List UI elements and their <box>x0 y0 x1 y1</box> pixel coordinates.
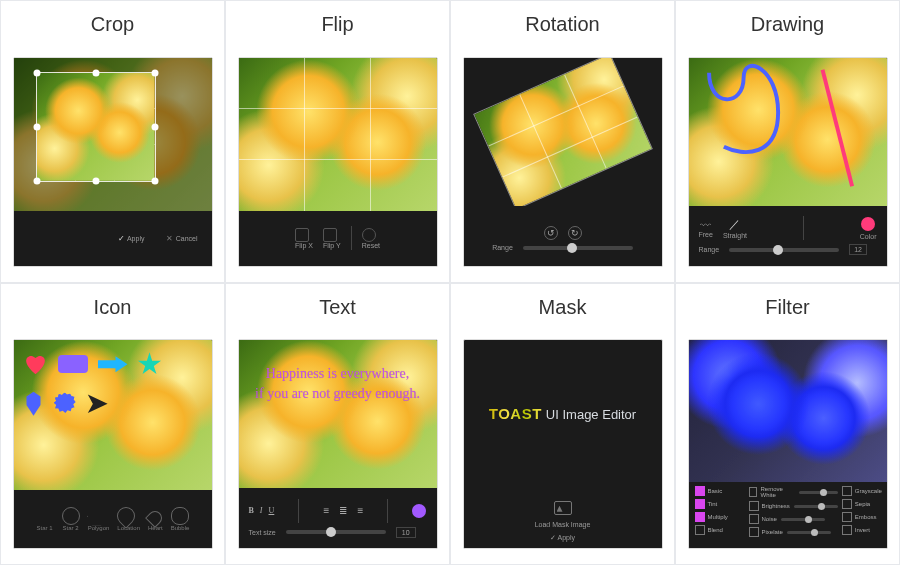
mask-sub-text: UI Image Editor <box>546 407 636 422</box>
text-overlay[interactable]: Happiness is everywhere, if you are not … <box>253 364 423 403</box>
slider-pixelate[interactable] <box>787 531 831 534</box>
apply-button[interactable]: ✓ Apply <box>118 234 145 243</box>
rotate-cw-button[interactable]: ↻ <box>568 226 582 240</box>
canvas-flip[interactable] <box>239 58 437 211</box>
rounded-rect-icon[interactable] <box>58 355 88 373</box>
toolbar-crop: ✓ Apply ✕ Cancel <box>14 211 212 266</box>
editor-mask: TOASTUI Image Editor Load Mask Image ✓ A… <box>463 339 663 549</box>
shape-bubble-button[interactable] <box>171 507 189 525</box>
close-icon: ✕ <box>166 234 173 243</box>
toolbar-flip: Flip X Flip Y Reset <box>239 211 437 266</box>
toolbar-rotation: ↺ ↻ Range <box>464 206 662 266</box>
range-label: Range <box>492 244 513 251</box>
location-pin-icon[interactable] <box>24 392 44 416</box>
title-icon: Icon <box>1 284 224 329</box>
title-text: Text <box>226 284 449 329</box>
image-icon <box>554 501 572 515</box>
title-mask: Mask <box>451 284 674 329</box>
rotation-slider[interactable] <box>523 246 633 250</box>
text-color-swatch[interactable] <box>412 504 426 518</box>
flip-x-button[interactable] <box>295 228 309 242</box>
align-right-button[interactable]: ≡ <box>357 505 363 516</box>
load-mask-button[interactable]: Load Mask Image <box>535 521 591 528</box>
editor-icon: ➤ Star 1 Star 2 Polygon Location Heart B… <box>13 339 213 549</box>
bold-button[interactable]: B <box>249 506 254 515</box>
color-swatch[interactable] <box>861 217 875 231</box>
check-icon: ✓ <box>118 234 125 243</box>
title-crop: Crop <box>1 1 224 46</box>
cell-drawing: Drawing 〰Free ／Straight <box>675 0 900 283</box>
check-grayscale[interactable]: Grayscale <box>842 486 882 496</box>
check-noise[interactable]: Noise <box>749 514 777 524</box>
arrow-icon[interactable] <box>98 356 128 372</box>
flip-y-button[interactable] <box>323 228 337 242</box>
toolbar-drawing: 〰Free ／Straight Color Range 12 <box>689 206 887 266</box>
apply-mask-button[interactable]: ✓ Apply <box>550 534 575 542</box>
check-multiply[interactable]: Multiply <box>695 512 745 522</box>
check-icon: ✓ <box>550 534 556 541</box>
cell-icon: Icon ➤ <box>0 283 225 566</box>
toolbar-mask: Load Mask Image ✓ Apply <box>464 488 662 548</box>
editor-crop: ✓ Apply ✕ Cancel <box>13 57 213 267</box>
title-drawing: Drawing <box>676 1 899 46</box>
badge-icon[interactable] <box>54 393 76 415</box>
straight-draw-button[interactable]: ／ <box>729 218 740 230</box>
reset-button[interactable] <box>362 228 376 242</box>
slider-brightness[interactable] <box>794 505 838 508</box>
editor-text: Happiness is everywhere, if you are not … <box>238 339 438 549</box>
canvas-icon[interactable]: ➤ <box>14 340 212 490</box>
range-label: Range <box>699 246 720 253</box>
rotate-ccw-button[interactable]: ↺ <box>544 226 558 240</box>
brush-size-slider[interactable] <box>729 248 839 252</box>
shape-star1-button[interactable] <box>36 507 54 525</box>
check-pixelate[interactable]: Pixelate <box>749 527 783 537</box>
title-flip: Flip <box>226 1 449 46</box>
cell-mask: Mask TOASTUI Image Editor Load Mask Imag… <box>450 283 675 566</box>
canvas-filter[interactable] <box>689 340 887 482</box>
italic-button[interactable]: I <box>260 506 263 515</box>
cursor-icon[interactable]: ➤ <box>86 388 108 419</box>
title-filter: Filter <box>676 284 899 329</box>
heart-icon[interactable] <box>24 354 48 374</box>
cell-filter: Filter Basic Tint Multiply Blend <box>675 283 900 566</box>
check-invert[interactable]: Invert <box>842 525 882 535</box>
editor-drawing: 〰Free ／Straight Color Range 12 <box>688 57 888 267</box>
editor-rotation: ↺ ↻ Range <box>463 57 663 267</box>
align-center-button[interactable]: ≣ <box>339 505 347 516</box>
slider-removewhite[interactable] <box>799 491 838 494</box>
star-icon[interactable] <box>138 352 162 376</box>
title-rotation: Rotation <box>451 1 674 46</box>
free-draw-button[interactable]: 〰 <box>700 219 711 231</box>
cell-rotation: Rotation ↺ ↻ Range <box>450 0 675 283</box>
toolbar-text: B I U ≡ ≣ ≡ Text s <box>239 488 437 548</box>
feature-grid: Crop ✓ Apply <box>0 0 900 565</box>
mask-brand-text: TOAST <box>489 405 542 422</box>
shape-star2-button[interactable] <box>62 507 80 525</box>
crop-selection[interactable] <box>36 72 156 182</box>
align-left-button[interactable]: ≡ <box>324 505 330 516</box>
check-removewhite[interactable]: Remove White <box>749 486 795 498</box>
check-blend[interactable]: Blend <box>695 525 745 535</box>
cell-crop: Crop ✓ Apply <box>0 0 225 283</box>
editor-flip: Flip X Flip Y Reset <box>238 57 438 267</box>
slider-noise[interactable] <box>781 518 825 521</box>
cancel-button[interactable]: ✕ Cancel <box>166 234 197 243</box>
canvas-text[interactable]: Happiness is everywhere, if you are not … <box>239 340 437 488</box>
text-size-slider[interactable] <box>286 530 386 534</box>
check-basic[interactable]: Basic <box>695 486 745 496</box>
check-sepia[interactable]: Sepia <box>842 499 882 509</box>
cell-flip: Flip Flip X Flip Y <box>225 0 450 283</box>
check-brightness[interactable]: Brightness <box>749 501 790 511</box>
underline-button[interactable]: U <box>269 506 275 515</box>
range-value: 12 <box>849 244 867 255</box>
toolbar-icon: Star 1 Star 2 Polygon Location Heart Bub… <box>14 490 212 548</box>
check-emboss[interactable]: Emboss <box>842 512 882 522</box>
check-tint[interactable]: Tint <box>695 499 745 509</box>
text-size-label: Text size <box>249 529 276 536</box>
canvas-mask[interactable]: TOASTUI Image Editor <box>464 340 662 488</box>
shape-polygon-button[interactable] <box>88 507 106 525</box>
canvas-crop[interactable] <box>14 58 212 211</box>
canvas-drawing[interactable] <box>689 58 887 206</box>
canvas-rotation[interactable] <box>464 58 662 206</box>
editor-filter: Basic Tint Multiply Blend Remove White B… <box>688 339 888 549</box>
